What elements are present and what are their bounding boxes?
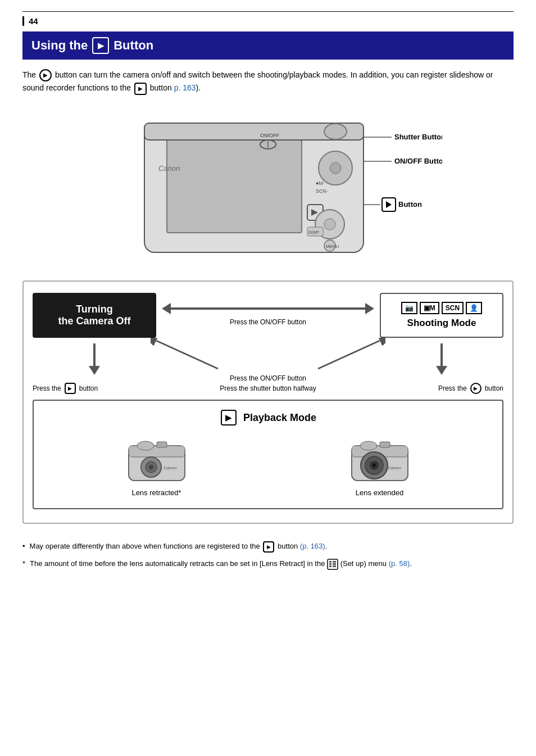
turning-off-box: Turning the Camera Off <box>33 293 156 338</box>
svg-text:Canon: Canon <box>158 164 180 173</box>
svg-text:ON/OFF: ON/OFF <box>260 133 279 138</box>
svg-point-47 <box>373 464 376 467</box>
shooting-mode-box: 📷 ▣M SCN 👤 Shooting Mode <box>380 293 503 338</box>
svg-rect-9 <box>167 140 302 233</box>
svg-rect-35 <box>157 442 167 447</box>
lens-retracted-label: Lens retracted* <box>131 488 181 497</box>
svg-point-23 <box>324 219 335 230</box>
svg-text:●M·: ●M· <box>316 180 324 186</box>
note-2: * The amount of time before the lens aut… <box>22 558 514 570</box>
svg-line-29 <box>156 341 218 369</box>
svg-text:SCN·: SCN· <box>316 188 328 194</box>
svg-rect-49 <box>328 559 338 569</box>
title-text-button: Button <box>113 38 153 53</box>
svg-text:Shutter Button: Shutter Button <box>394 133 442 141</box>
svg-point-17 <box>330 162 341 174</box>
press-onoff-label-top: Press the ON/OFF button <box>230 318 306 327</box>
svg-marker-6 <box>386 201 392 208</box>
lens-retracted-section: Canon Lens retracted* <box>123 434 190 497</box>
svg-point-42 <box>360 441 377 450</box>
play-icon-intro: ▶ <box>39 69 52 82</box>
title-text-using: Using the <box>31 38 88 53</box>
svg-point-34 <box>137 441 154 450</box>
intro-paragraph: The ▶ button can turn the camera on/off … <box>22 69 514 95</box>
play-icon-inline2: ▶ <box>134 83 147 95</box>
note1-play-icon: ▶ <box>263 541 274 553</box>
svg-text:Canon: Canon <box>163 465 177 470</box>
setup-icon <box>327 559 338 570</box>
playback-mode-label: ▶ Playback Mode <box>45 410 491 425</box>
svg-text:ON/OFF Button: ON/OFF Button <box>394 157 442 165</box>
svg-point-15 <box>324 124 347 139</box>
svg-text:DISP: DISP <box>308 230 319 235</box>
play-icon-title: ▶ <box>92 37 109 54</box>
note2-link[interactable]: (p. 58) <box>389 559 410 568</box>
note1-link[interactable]: (p. 163) <box>300 542 325 550</box>
playback-section: ▶ Playback Mode <box>33 400 503 509</box>
press-onoff-label-bottom: Press the ON/OFF button <box>230 374 306 383</box>
notes-section: • May operate differently than above whe… <box>22 541 514 570</box>
svg-point-38 <box>149 465 153 469</box>
svg-rect-33 <box>129 446 185 457</box>
section-title-bar: Using the ▶ Button <box>22 31 514 60</box>
camera-diagram: Shutter Button ON/OFF Button Button Cano… <box>22 106 514 264</box>
camera-retracted-svg: Canon <box>123 434 190 485</box>
svg-text:MENU: MENU <box>326 244 339 249</box>
lens-extended-label: Lens extended <box>356 488 403 497</box>
shooting-icons: 📷 ▣M SCN 👤 <box>401 302 482 314</box>
camera-extended-svg: Canon <box>346 434 414 485</box>
svg-text:Canon: Canon <box>388 465 401 470</box>
lens-extended-section: Canon Lens extended <box>346 434 414 497</box>
flow-diagram: Turning the Camera Off Press the ON/OFF … <box>22 280 514 524</box>
svg-text:Button: Button <box>398 200 422 209</box>
page-number: 44 <box>22 16 514 26</box>
camera-svg: Shutter Button ON/OFF Button Button Cano… <box>94 106 442 264</box>
svg-rect-43 <box>380 442 390 447</box>
note-1: • May operate differently than above whe… <box>22 541 514 553</box>
svg-line-31 <box>318 341 380 369</box>
intro-link[interactable]: p. 163 <box>174 83 196 92</box>
